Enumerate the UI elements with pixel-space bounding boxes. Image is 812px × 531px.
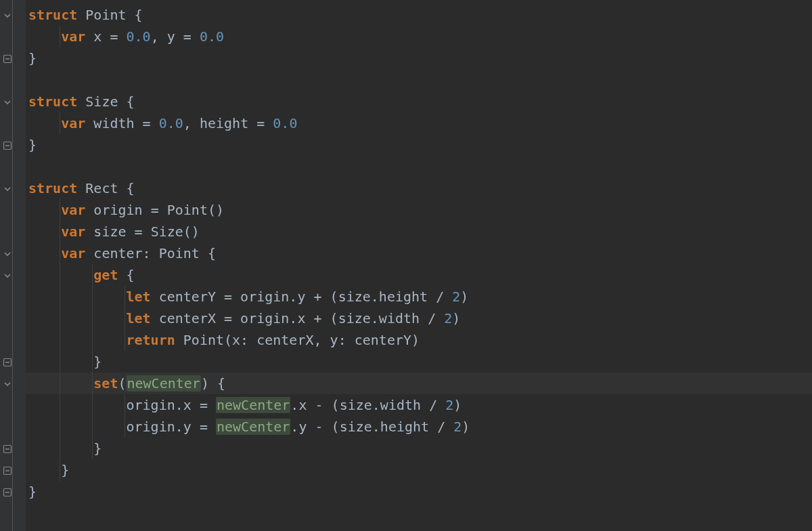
fold-close-icon[interactable] <box>3 54 11 62</box>
code-line[interactable]: origin.y = newCenter.y - (size.height / … <box>26 416 812 438</box>
fold-open-icon[interactable] <box>3 249 11 257</box>
token-kw2: set <box>93 375 118 391</box>
indent-guide <box>92 351 93 373</box>
token-punc: ( <box>330 289 338 305</box>
gutter-line <box>0 286 26 307</box>
token-punc: ) <box>461 419 470 435</box>
code-editor[interactable]: struct Point { var x = 0.0, y = 0.0}stru… <box>0 0 812 531</box>
fold-open-icon[interactable] <box>3 379 11 387</box>
token-punc: { <box>217 375 225 391</box>
fold-gutter <box>0 0 26 531</box>
token-type: Size <box>151 224 183 240</box>
indent-guide <box>60 416 60 438</box>
token-op: = <box>135 224 143 240</box>
token-id: centerX <box>159 310 216 326</box>
token-op: - <box>315 397 323 413</box>
indent-guide <box>60 351 60 373</box>
token-punc: . <box>289 310 297 326</box>
code-line[interactable]: var x = 0.0, y = 0.0 <box>26 26 812 47</box>
gutter-line <box>0 329 26 351</box>
token-punc: , <box>183 115 191 131</box>
code-line[interactable]: let centerY = origin.y + (size.height / … <box>26 286 812 307</box>
token-id: y <box>183 419 191 435</box>
token-punc: . <box>372 397 380 413</box>
token-id: origin <box>93 202 142 218</box>
indent-guide <box>60 112 60 134</box>
fold-close-icon[interactable] <box>3 466 11 474</box>
fold-open-icon[interactable] <box>3 98 11 106</box>
token-punc: . <box>289 289 297 305</box>
gutter-line <box>0 307 26 329</box>
code-line[interactable] <box>26 156 812 177</box>
indent-guide <box>60 459 60 481</box>
token-op: = <box>143 115 151 131</box>
code-line[interactable]: var center: Point { <box>26 242 812 264</box>
indent-guide <box>60 199 60 221</box>
code-line[interactable]: var size = Size() <box>26 221 812 242</box>
code-line[interactable]: } <box>26 459 812 481</box>
indent-guide <box>92 438 93 459</box>
token-punc: } <box>93 354 102 370</box>
token-kw: struct <box>28 7 77 23</box>
token-id: x <box>183 397 191 413</box>
code-line[interactable]: } <box>26 481 812 503</box>
token-punc: ) <box>452 310 460 326</box>
token-op: = <box>256 115 265 131</box>
token-id: y <box>298 419 307 435</box>
fold-close-icon[interactable] <box>3 488 11 496</box>
code-line[interactable]: } <box>26 351 812 373</box>
token-kw: var <box>61 224 85 240</box>
token-id: size <box>340 397 372 413</box>
token-punc: ( <box>118 375 126 391</box>
gutter-line <box>0 264 26 286</box>
token-punc: { <box>127 267 135 283</box>
code-line[interactable] <box>26 69 812 91</box>
token-type: Size <box>85 93 118 110</box>
code-line[interactable]: origin.x = newCenter.x - (size.width / 2… <box>26 394 812 416</box>
code-line[interactable]: } <box>26 438 812 459</box>
code-line[interactable]: var width = 0.0, height = 0.0 <box>26 112 812 134</box>
code-line[interactable]: return Point(x: centerX, y: centerY) <box>26 329 812 351</box>
indent-guide <box>125 286 125 307</box>
code-area[interactable]: struct Point { var x = 0.0, y = 0.0}stru… <box>26 0 812 531</box>
token-punc: : <box>143 245 151 261</box>
fold-open-icon[interactable] <box>3 271 11 279</box>
token-kw: struct <box>28 93 77 110</box>
indent-guide <box>125 329 125 351</box>
code-line[interactable]: } <box>26 47 812 69</box>
fold-close-icon[interactable] <box>3 141 11 149</box>
token-id: y <box>167 28 175 45</box>
token-punc: ) <box>201 375 209 391</box>
token-punc: . <box>290 419 298 435</box>
gutter-line <box>0 91 26 112</box>
code-line[interactable]: var origin = Point() <box>26 199 812 221</box>
code-line[interactable]: get { <box>26 264 812 286</box>
token-punc: () <box>183 224 200 240</box>
code-line[interactable]: struct Rect { <box>26 177 812 199</box>
gutter-line <box>0 47 26 69</box>
fold-close-icon[interactable] <box>3 444 11 452</box>
token-op: = <box>110 28 118 45</box>
fold-close-icon[interactable] <box>3 358 11 366</box>
code-line[interactable]: struct Point { <box>26 4 812 26</box>
token-num: 0.0 <box>273 115 297 131</box>
indent-guide <box>60 329 60 351</box>
token-punc: } <box>28 50 37 66</box>
token-punc: ) <box>411 332 420 348</box>
fold-open-icon[interactable] <box>3 184 11 192</box>
code-line[interactable]: let centerX = origin.x + (size.width / 2… <box>26 307 812 329</box>
code-line[interactable]: struct Size { <box>26 91 812 112</box>
token-num: 2 <box>453 419 461 435</box>
gutter-line <box>0 481 26 503</box>
token-punc: . <box>372 419 380 435</box>
code-line[interactable]: } <box>26 134 812 156</box>
fold-open-icon[interactable] <box>3 11 11 19</box>
token-id: height <box>380 419 429 435</box>
token-punc: . <box>371 289 379 305</box>
indent-guide <box>92 394 93 416</box>
token-kw: var <box>61 245 85 261</box>
code-line[interactable]: set(newCenter) { <box>26 373 812 394</box>
token-kw: var <box>61 28 85 45</box>
token-id: x <box>232 332 240 348</box>
token-punc: , <box>151 28 159 45</box>
